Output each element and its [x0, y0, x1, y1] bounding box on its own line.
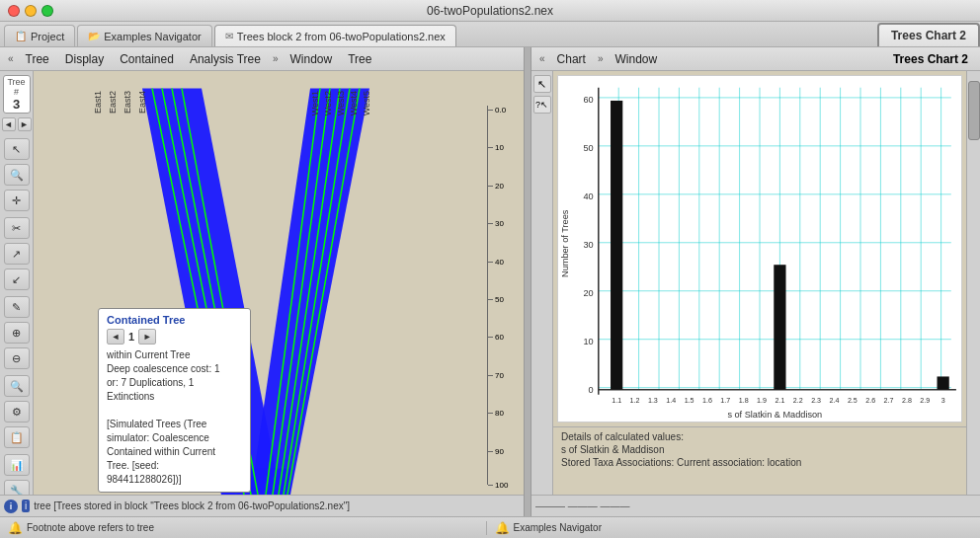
edit-tool[interactable]: ✎	[4, 296, 30, 318]
info-line-6: simulator: Coalescence	[107, 431, 242, 445]
svg-text:1.2: 1.2	[630, 397, 640, 405]
nav-next[interactable]: ►	[18, 117, 32, 131]
left-panel-content: Tree # 3 ◄ ► ↖ 🔍 ✛ ✂ ↗	[0, 71, 524, 495]
svg-text:30: 30	[583, 240, 593, 250]
svg-text:Number of Trees: Number of Trees	[560, 209, 570, 277]
tree-number-box: Tree # 3	[3, 75, 31, 114]
status-info-icon: i	[4, 500, 18, 513]
menu-display[interactable]: Display	[57, 49, 112, 69]
left-labels: East1 East2 East3 East4	[93, 91, 147, 114]
tab-project-label: Project	[31, 31, 64, 42]
nav-arrows: ◄ ►	[2, 117, 32, 131]
chart-help-tool[interactable]: ?↖	[533, 96, 551, 114]
right-menu-left-arrow[interactable]: «	[535, 53, 549, 64]
svg-text:3: 3	[941, 397, 945, 405]
wrench-tool[interactable]: 🔧	[4, 480, 30, 495]
arrow-tool[interactable]: ↗	[4, 243, 30, 265]
scale-tick-70: 70	[488, 371, 504, 380]
bottom-bar: 🔔 Footnote above refers to tree 🔔 Exampl…	[0, 516, 980, 538]
tree-canvas: East1 East2 East3 East4 West1 West2 West…	[34, 71, 524, 495]
tree-number-value: 3	[5, 97, 29, 112]
info-next-btn[interactable]: ►	[138, 329, 156, 345]
settings-tool[interactable]: ⚙	[4, 401, 30, 423]
info-line-3: or: 7 Duplications, 1	[107, 376, 242, 390]
scale-tick-80: 80	[488, 409, 504, 418]
chart-title: Trees Chart 2	[893, 52, 976, 66]
menu-window[interactable]: Window	[282, 49, 340, 69]
right-arrow[interactable]: »	[269, 53, 283, 64]
east4-label: East4	[137, 91, 147, 114]
right-main: ↖ ?↖	[531, 71, 980, 495]
right-scrollbar[interactable]	[966, 71, 980, 495]
bar-18	[938, 376, 949, 389]
nav-icon: 📂	[88, 31, 100, 41]
bar-0	[611, 101, 622, 390]
scale-tick-40: 40	[488, 258, 504, 267]
search-tool[interactable]: 🔍	[4, 375, 30, 397]
info-line-4: Extinctions	[107, 390, 242, 404]
menu-contained[interactable]: Contained	[112, 49, 182, 69]
tab-examples-navigator[interactable]: 📂 Examples Navigator	[77, 25, 211, 46]
zoom-out-tool[interactable]: ⊖	[4, 347, 30, 369]
info-line-7: Contained within Current	[107, 445, 242, 459]
tool-group-5: 📊 🔧 ⊞	[2, 453, 31, 495]
chart-svg: 0 10 20 30 40 50 60 Number of Trees	[557, 75, 962, 423]
menu-chart-window[interactable]: Window	[607, 49, 665, 69]
zoom-in-tool[interactable]: ⊕	[4, 322, 30, 344]
minimize-button[interactable]	[25, 5, 37, 17]
menu-analysis-tree[interactable]: Analysis Tree	[182, 49, 269, 69]
svg-text:1.4: 1.4	[666, 397, 676, 405]
chart-select-tool[interactable]: ↖	[533, 75, 551, 93]
info-line-5: [Simulated Trees (Tree	[107, 418, 242, 431]
chart-details-line3: Stored Taxa Associations: Current associ…	[561, 457, 958, 468]
chart-tool[interactable]: 📊	[4, 454, 30, 476]
bar-9	[774, 265, 785, 389]
menu-chart[interactable]: Chart	[549, 49, 594, 69]
menu-tree2[interactable]: Tree	[340, 49, 379, 69]
left-panel-wrapper: « Tree Display Contained Analysis Tree »…	[0, 47, 524, 516]
svg-text:2.5: 2.5	[848, 397, 858, 405]
panel-divider[interactable]	[524, 47, 531, 516]
tab-trees-block[interactable]: ✉ Trees block 2 from 06-twoPopulations2.…	[214, 25, 456, 46]
svg-text:1.1: 1.1	[612, 397, 621, 405]
svg-text:0: 0	[589, 385, 594, 395]
down-tool[interactable]: ↙	[4, 269, 30, 290]
copy-tool[interactable]: 📋	[4, 426, 30, 448]
scrollbar-thumb[interactable]	[968, 81, 980, 140]
bottom-right-bell-icon: 🔔	[495, 521, 510, 535]
nav-prev[interactable]: ◄	[2, 117, 16, 131]
right-status-bar: ——— ——— ———	[531, 495, 980, 516]
chart-details-line1: Details of calculated values:	[561, 431, 958, 442]
bottom-right: 🔔 Examples Navigator	[487, 521, 973, 535]
bottom-bell-icon: 🔔	[8, 521, 23, 535]
right-labels: West1 West2 West3 West4 West5	[310, 91, 371, 115]
cut-tool[interactable]: ✂	[4, 217, 30, 239]
tab-trees-label: Trees block 2 from 06-twoPopulations2.ne…	[237, 31, 446, 42]
left-status-text: tree [Trees stored in block "Trees block…	[34, 500, 350, 511]
right-menu-right-arrow[interactable]: »	[594, 53, 608, 64]
svg-text:2.7: 2.7	[884, 397, 894, 405]
chart-plot-area: 0 10 20 30 40 50 60 Number of Trees	[553, 71, 966, 426]
info-line-2: Deep coalescence cost: 1	[107, 362, 242, 376]
tool-group-1: ↖ 🔍 ✛	[2, 137, 31, 212]
bottom-left-text: Footnote above refers to tree	[27, 522, 154, 533]
pan-tool[interactable]: ✛	[4, 190, 30, 211]
close-button[interactable]	[8, 5, 20, 17]
info-nav-value: 1	[128, 331, 134, 343]
scale-tick-30: 30	[488, 219, 504, 228]
right-menu-bar: « Chart » Window Trees Chart 2	[531, 47, 980, 71]
info-prev-btn[interactable]: ◄	[107, 329, 124, 345]
select-tool[interactable]: ↖	[4, 138, 30, 160]
west3-label: West3	[336, 91, 346, 115]
trees-chart-tab[interactable]: Trees Chart 2	[877, 23, 980, 46]
tab-project[interactable]: 📋 Project	[4, 25, 75, 46]
left-arrow[interactable]: «	[4, 53, 18, 64]
menu-tree[interactable]: Tree	[18, 49, 57, 69]
chart-details-line2: s of Slatkin & Maddison	[561, 444, 958, 455]
svg-text:1.3: 1.3	[648, 397, 658, 405]
maximize-button[interactable]	[41, 5, 53, 17]
west1-label: West1	[310, 91, 320, 115]
zoom-tool[interactable]: 🔍	[4, 164, 30, 186]
scale-tick-10: 10	[488, 143, 504, 152]
project-icon: 📋	[15, 31, 27, 41]
